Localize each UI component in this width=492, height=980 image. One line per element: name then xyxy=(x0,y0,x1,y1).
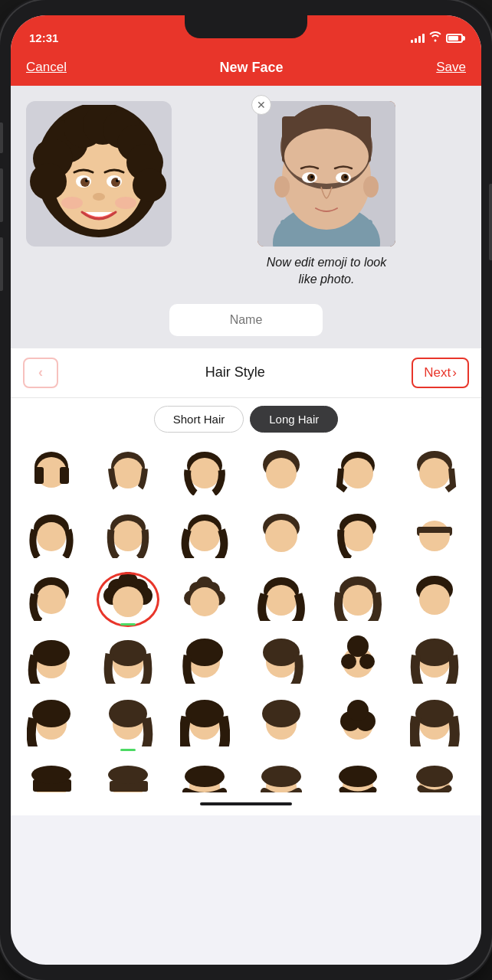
hair-style-item[interactable] xyxy=(170,694,239,756)
hair-icon xyxy=(410,508,460,564)
svg-point-19 xyxy=(93,193,105,201)
long-hair-tab[interactable]: Long Hair xyxy=(250,406,338,433)
hair-icon xyxy=(333,760,383,792)
hair-icon xyxy=(333,697,383,753)
hair-style-item[interactable] xyxy=(400,632,469,693)
hair-style-item[interactable] xyxy=(247,569,316,630)
hair-style-item[interactable] xyxy=(93,757,162,792)
svg-point-88 xyxy=(110,640,146,666)
svg-point-112 xyxy=(415,700,454,727)
hair-style-item[interactable] xyxy=(323,443,392,505)
hair-icon xyxy=(27,446,77,501)
hair-icon xyxy=(257,571,307,627)
hair-icon xyxy=(27,571,77,627)
category-title: Hair Style xyxy=(205,364,265,381)
hair-style-item[interactable] xyxy=(170,506,239,567)
hair-style-item[interactable] xyxy=(400,506,469,567)
battery-icon xyxy=(446,34,463,43)
green-selection-dot xyxy=(120,749,136,751)
hair-icon xyxy=(103,760,153,792)
hair-style-item[interactable] xyxy=(400,569,469,630)
hair-style-item[interactable] xyxy=(17,757,86,792)
name-section xyxy=(11,304,481,348)
phone-frame: 12:31 Cancel N xyxy=(0,0,492,980)
hair-icon xyxy=(410,446,460,501)
save-button[interactable]: Save xyxy=(436,60,466,75)
hair-style-item[interactable] xyxy=(323,694,392,756)
svg-point-100 xyxy=(32,700,71,727)
hair-style-item[interactable] xyxy=(400,443,469,505)
hair-style-item[interactable] xyxy=(17,569,86,630)
svg-point-66 xyxy=(37,585,66,614)
prev-category-button[interactable]: ‹ xyxy=(23,358,58,388)
category-navigation: ‹ Hair Style Next › xyxy=(11,348,481,398)
hair-style-item[interactable] xyxy=(93,632,162,693)
hair-style-item[interactable] xyxy=(17,443,86,505)
hair-style-item[interactable] xyxy=(93,569,162,630)
phone-screen: 12:31 Cancel N xyxy=(11,15,481,965)
hair-style-item[interactable] xyxy=(170,569,239,630)
status-time: 12:31 xyxy=(29,31,58,44)
svg-point-104 xyxy=(185,700,224,727)
hair-style-item[interactable] xyxy=(93,443,162,505)
green-selection-dot xyxy=(120,623,136,626)
hair-icon xyxy=(333,508,383,564)
hair-style-item[interactable] xyxy=(170,632,239,693)
svg-point-34 xyxy=(310,175,313,178)
hair-style-item[interactable] xyxy=(17,506,86,567)
notch xyxy=(185,15,307,38)
hair-icon xyxy=(410,760,460,792)
close-photo-button[interactable]: ✕ xyxy=(251,95,271,115)
hair-style-item[interactable] xyxy=(323,757,392,792)
svg-point-124 xyxy=(339,766,377,787)
volume-up-button xyxy=(0,168,3,222)
svg-point-95 xyxy=(347,635,369,657)
hair-style-item[interactable] xyxy=(247,506,316,567)
cancel-button[interactable]: Cancel xyxy=(26,60,67,75)
hair-style-item[interactable] xyxy=(170,757,239,792)
svg-point-63 xyxy=(419,521,450,551)
hair-style-item[interactable] xyxy=(400,694,469,756)
hair-icon xyxy=(410,697,460,753)
hair-style-item[interactable] xyxy=(93,506,162,567)
hair-style-item[interactable] xyxy=(17,632,86,693)
hair-icon xyxy=(27,697,77,753)
hair-icon xyxy=(180,508,230,564)
hair-icon xyxy=(27,760,77,792)
svg-point-43 xyxy=(113,458,143,488)
svg-point-45 xyxy=(189,458,220,488)
short-hair-tab[interactable]: Short Hair xyxy=(154,406,244,433)
navigation-bar: Cancel New Face Save xyxy=(11,49,481,86)
hair-style-item[interactable] xyxy=(247,757,316,792)
hair-style-item[interactable] xyxy=(247,443,316,505)
hair-tabs: Short Hair Long Hair xyxy=(11,398,481,440)
svg-point-110 xyxy=(347,700,369,721)
svg-point-36 xyxy=(274,176,290,198)
hair-style-item[interactable] xyxy=(247,632,316,693)
hair-style-item[interactable] xyxy=(323,506,392,567)
hair-style-item[interactable] xyxy=(93,694,162,756)
hair-icon xyxy=(103,508,153,564)
hair-icon xyxy=(180,446,230,501)
svg-point-92 xyxy=(263,639,300,666)
svg-point-82 xyxy=(343,585,373,616)
preview-section: ✕ xyxy=(11,86,481,304)
hair-style-grid xyxy=(11,440,481,792)
hair-style-item[interactable] xyxy=(247,694,316,756)
hair-style-item[interactable] xyxy=(17,694,86,756)
hair-style-item[interactable] xyxy=(400,757,469,792)
svg-point-106 xyxy=(262,700,300,727)
hair-style-item[interactable] xyxy=(323,632,392,693)
wifi-icon xyxy=(429,31,441,44)
svg-rect-41 xyxy=(60,467,69,484)
name-input[interactable] xyxy=(169,304,323,336)
next-category-button[interactable]: Next › xyxy=(412,358,469,388)
hair-icon xyxy=(257,697,307,753)
customization-panel: ‹ Hair Style Next › Short Hair Long Hair xyxy=(11,348,481,792)
hair-icon xyxy=(257,446,307,501)
hair-style-item[interactable] xyxy=(323,569,392,630)
hair-style-item[interactable] xyxy=(170,443,239,505)
svg-point-37 xyxy=(363,176,379,198)
volume-mute-button xyxy=(0,122,3,153)
svg-point-49 xyxy=(343,458,373,488)
